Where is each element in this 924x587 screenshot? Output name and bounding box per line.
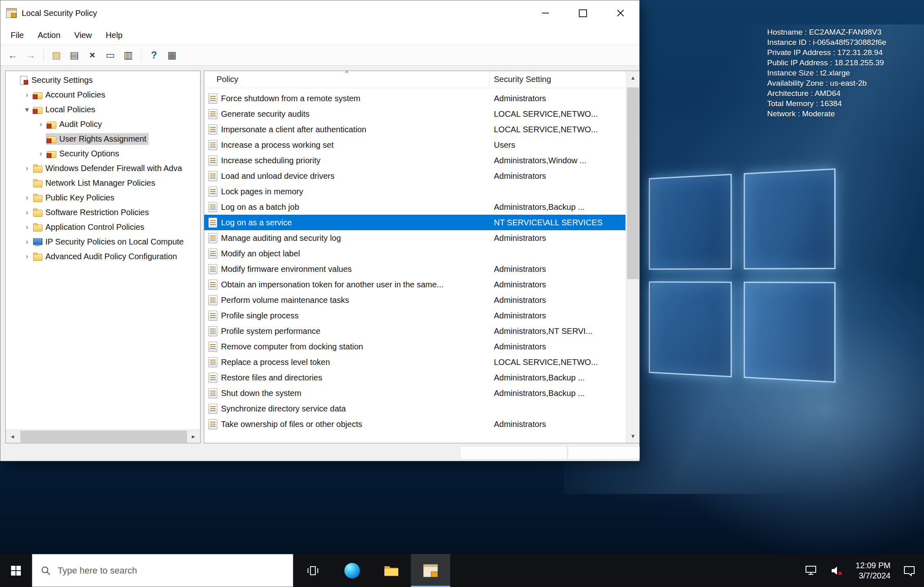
tree-item-security-settings[interactable]: Security Settings: [6, 73, 200, 87]
tree-item-software-restriction-policies[interactable]: › Software Restriction Policies: [6, 205, 200, 220]
tree-item-account-policies[interactable]: › Account Policies: [6, 87, 200, 102]
search-placeholder: Type here to search: [58, 565, 137, 576]
policy-row-increase-a-process-working-set[interactable]: Increase a process working set Users: [204, 137, 625, 153]
tree-item-label: Audit Policy: [59, 120, 102, 129]
clock[interactable]: 12:09 PM 3/7/2024: [855, 560, 891, 581]
expander-icon[interactable]: ›: [22, 90, 32, 99]
scrollbar-thumb[interactable]: [627, 87, 639, 279]
policy-name: Replace a process level token: [221, 358, 330, 367]
forward-button[interactable]: →: [22, 46, 40, 64]
tree-item-local-policies[interactable]: ▾ Local Policies: [6, 102, 200, 117]
expander-icon[interactable]: ›: [22, 164, 32, 173]
windows-logo: [649, 168, 835, 382]
title-bar[interactable]: Local Security Policy: [0, 0, 639, 26]
expander-icon[interactable]: ›: [36, 120, 46, 129]
toolbar-separator: [141, 49, 141, 61]
tree-item-label: Network List Manager Policies: [45, 178, 155, 188]
policy-row-lock-pages-in-memory[interactable]: Lock pages in memory: [204, 184, 625, 199]
tree-horizontal-scrollbar[interactable]: ◄ ►: [6, 429, 200, 443]
minimize-button[interactable]: [527, 0, 564, 26]
scroll-left-icon[interactable]: ◄: [6, 430, 19, 443]
local-security-policy-taskbar-button[interactable]: [411, 554, 450, 587]
menu-action[interactable]: Action: [31, 26, 67, 44]
policy-row-generate-security-audits[interactable]: Generate security audits LOCAL SERVICE,N…: [204, 106, 625, 122]
tree-item-advanced-audit-policy-configuration[interactable]: › Advanced Audit Policy Configuration: [6, 249, 200, 264]
policy-row-perform-volume-maintenance-tasks[interactable]: Perform volume maintenance tasks Adminis…: [204, 292, 625, 308]
policy-row-log-on-as-a-service[interactable]: Log on as a service NT SERVICE\ALL SERVI…: [204, 215, 625, 230]
properties-button[interactable]: ▭: [101, 46, 119, 64]
show-console-tree-button[interactable]: ▤: [65, 46, 83, 64]
policy-row-shut-down-the-system[interactable]: Shut down the system Administrators,Back…: [204, 385, 625, 401]
policy-row-load-and-unload-device-drivers[interactable]: Load and unload device drivers Administr…: [204, 168, 625, 184]
menu-view[interactable]: View: [67, 26, 99, 44]
column-header-security-setting[interactable]: Security Setting: [490, 71, 625, 88]
policy-row-obtain-an-impersonation-token-for-another-us[interactable]: Obtain an impersonation token for anothe…: [204, 277, 625, 292]
tree-item-application-control-policies[interactable]: › Application Control Policies: [6, 220, 200, 234]
action-center-button[interactable]: [903, 565, 916, 577]
policy-row-profile-single-process[interactable]: Profile single process Administrators: [204, 308, 625, 323]
column-header-policy[interactable]: ^ Policy: [204, 71, 490, 88]
system-tray: 12:09 PM 3/7/2024: [805, 554, 924, 587]
up-button[interactable]: ▨: [47, 46, 65, 64]
start-button[interactable]: [0, 554, 32, 587]
menu-file[interactable]: File: [4, 26, 31, 44]
policy-row-profile-system-performance[interactable]: Profile system performance Administrator…: [204, 323, 625, 339]
expander-icon[interactable]: ›: [22, 193, 32, 202]
tree-item-audit-policy[interactable]: › Audit Policy: [6, 117, 200, 131]
expander-icon[interactable]: ›: [22, 222, 32, 231]
policy-row-force-shutdown-from-a-remote-system[interactable]: Force shutdown from a remote system Admi…: [204, 91, 625, 106]
tree-item-windows-defender-firewall-with-adva[interactable]: › Windows Defender Firewall with Adva: [6, 161, 200, 176]
policy-row-impersonate-a-client-after-authentication[interactable]: Impersonate a client after authenticatio…: [204, 122, 625, 137]
scroll-right-icon[interactable]: ►: [187, 430, 200, 443]
policy-document-icon: [208, 233, 217, 243]
tree-item-network-list-manager-policies[interactable]: Network List Manager Policies: [6, 176, 200, 190]
network-icon: [805, 565, 818, 577]
status-bar: [1, 446, 639, 459]
file-explorer-button[interactable]: [372, 554, 411, 587]
network-button[interactable]: [805, 565, 818, 577]
expander-icon[interactable]: ›: [22, 252, 32, 261]
policy-row-replace-a-process-level-token[interactable]: Replace a process level token LOCAL SERV…: [204, 354, 625, 370]
policy-setting: Administrators: [490, 296, 625, 305]
back-button[interactable]: ←: [4, 46, 22, 64]
expander-icon[interactable]: ›: [22, 208, 32, 217]
close-button[interactable]: [602, 0, 639, 26]
scroll-up-icon[interactable]: ▲: [626, 71, 640, 84]
instance-info: Hostname : EC2AMAZ-FAN98V3Instance ID : …: [767, 27, 886, 119]
tree-item-public-key-policies[interactable]: › Public Key Policies: [6, 190, 200, 205]
policy-row-modify-firmware-environment-values[interactable]: Modify firmware environment values Admin…: [204, 261, 625, 277]
expander-icon[interactable]: ›: [22, 237, 32, 246]
policy-setting: Administrators: [490, 280, 625, 289]
delete-button[interactable]: ×: [83, 46, 101, 64]
edge-button[interactable]: [333, 554, 372, 587]
scrollbar-thumb[interactable]: [20, 431, 187, 442]
policy-row-modify-an-object-label[interactable]: Modify an object label: [204, 246, 625, 261]
help-button[interactable]: ?: [145, 46, 163, 64]
tree-item-ip-security-policies-on-local-compute[interactable]: › IP Security Policies on Local Compute: [6, 234, 200, 249]
export-list-button[interactable]: ▥: [119, 46, 137, 64]
expander-icon[interactable]: ▾: [22, 105, 32, 114]
tree-item-icon: [33, 223, 42, 231]
view-menu-button[interactable]: ▦: [163, 46, 181, 64]
task-view-button[interactable]: [293, 554, 333, 587]
volume-muted-button[interactable]: [830, 565, 843, 577]
maximize-button[interactable]: [564, 0, 602, 26]
policy-row-remove-computer-from-docking-station[interactable]: Remove computer from docking station Adm…: [204, 339, 625, 354]
list-vertical-scrollbar[interactable]: ▲ ▼: [626, 71, 639, 443]
policy-row-take-ownership-of-files-or-other-objects[interactable]: Take ownership of files or other objects…: [204, 416, 625, 432]
tree-item-security-options[interactable]: › Security Options: [6, 146, 200, 161]
up-icon: ▨: [52, 50, 61, 60]
scroll-down-icon[interactable]: ▼: [626, 429, 640, 443]
expander-icon[interactable]: ›: [36, 149, 46, 158]
menu-help[interactable]: Help: [99, 26, 129, 44]
local-security-policy-window: Local Security Policy FileActionViewHelp…: [0, 0, 640, 461]
file-explorer-icon: [384, 564, 399, 577]
policy-row-synchronize-directory-service-data[interactable]: Synchronize directory service data: [204, 401, 625, 416]
policy-setting: Users: [490, 140, 625, 150]
policy-row-restore-files-and-directories[interactable]: Restore files and directories Administra…: [204, 370, 625, 385]
policy-row-log-on-as-a-batch-job[interactable]: Log on as a batch job Administrators,Bac…: [204, 199, 625, 215]
policy-row-increase-scheduling-priority[interactable]: Increase scheduling priority Administrat…: [204, 153, 625, 168]
tree-item-user-rights-assignment[interactable]: User Rights Assignment: [6, 131, 200, 146]
search-box[interactable]: Type here to search: [32, 554, 293, 587]
policy-row-manage-auditing-and-security-log[interactable]: Manage auditing and security log Adminis…: [204, 230, 625, 246]
